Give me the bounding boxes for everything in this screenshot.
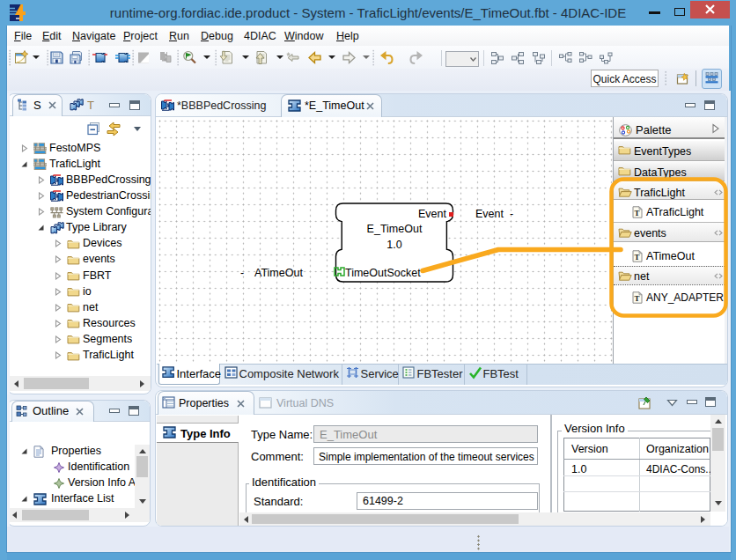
svg-text:T: T: [635, 294, 640, 303]
svg-text:T: T: [635, 253, 640, 262]
svg-text:T: T: [635, 209, 640, 217]
